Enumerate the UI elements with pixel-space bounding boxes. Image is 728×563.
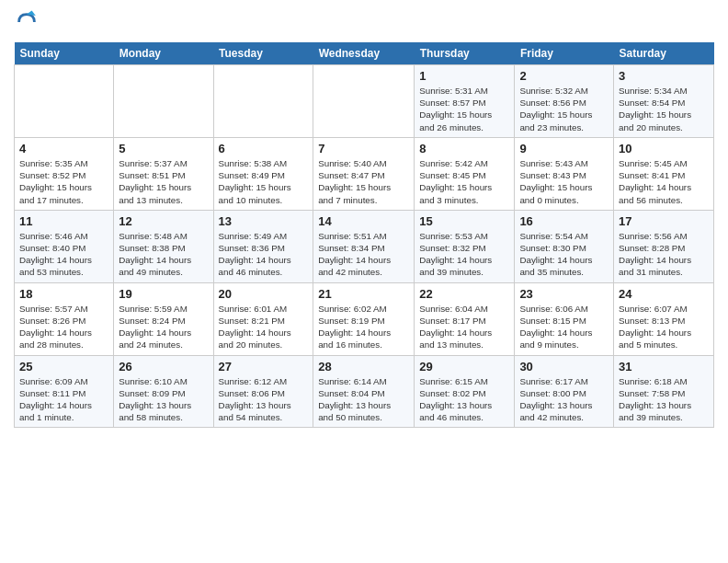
day-detail: Sunrise: 5:53 AM Sunset: 8:32 PM Dayligh… xyxy=(419,230,509,279)
day-number: 30 xyxy=(519,360,609,373)
calendar-cell: 9Sunrise: 5:43 AM Sunset: 8:43 PM Daylig… xyxy=(515,137,614,210)
day-number: 20 xyxy=(219,287,309,301)
calendar-cell: 17Sunrise: 5:56 AM Sunset: 8:28 PM Dayli… xyxy=(614,210,714,282)
day-detail: Sunrise: 6:10 AM Sunset: 8:09 PM Dayligh… xyxy=(119,375,208,424)
day-detail: Sunrise: 5:40 AM Sunset: 8:47 PM Dayligh… xyxy=(318,157,409,206)
calendar-cell: 22Sunrise: 6:04 AM Sunset: 8:17 PM Dayli… xyxy=(415,282,515,355)
day-detail: Sunrise: 6:06 AM Sunset: 8:15 PM Dayligh… xyxy=(519,303,609,351)
day-number: 9 xyxy=(519,142,609,155)
day-detail: Sunrise: 6:07 AM Sunset: 8:13 PM Dayligh… xyxy=(619,303,709,351)
calendar-cell: 18Sunrise: 5:57 AM Sunset: 8:26 PM Dayli… xyxy=(15,282,114,355)
day-detail: Sunrise: 6:14 AM Sunset: 8:04 PM Dayligh… xyxy=(318,375,409,424)
day-number: 5 xyxy=(119,142,208,155)
day-number: 17 xyxy=(619,214,709,228)
calendar-cell: 10Sunrise: 5:45 AM Sunset: 8:41 PM Dayli… xyxy=(614,137,714,210)
calendar-cell: 5Sunrise: 5:37 AM Sunset: 8:51 PM Daylig… xyxy=(114,137,213,210)
day-detail: Sunrise: 5:57 AM Sunset: 8:26 PM Dayligh… xyxy=(19,303,108,351)
day-detail: Sunrise: 5:42 AM Sunset: 8:45 PM Dayligh… xyxy=(419,157,509,206)
calendar-cell xyxy=(114,65,213,138)
day-detail: Sunrise: 6:09 AM Sunset: 8:11 PM Dayligh… xyxy=(19,375,108,424)
calendar-cell: 8Sunrise: 5:42 AM Sunset: 8:45 PM Daylig… xyxy=(415,137,515,210)
day-number: 23 xyxy=(519,287,609,301)
day-number: 15 xyxy=(419,214,509,228)
day-number: 16 xyxy=(519,214,609,228)
weekday-header: Tuesday xyxy=(213,42,313,65)
calendar-cell: 31Sunrise: 6:18 AM Sunset: 7:58 PM Dayli… xyxy=(614,355,714,428)
calendar-cell: 19Sunrise: 5:59 AM Sunset: 8:24 PM Dayli… xyxy=(114,282,213,355)
day-number: 27 xyxy=(219,360,309,373)
day-detail: Sunrise: 6:01 AM Sunset: 8:21 PM Dayligh… xyxy=(219,303,309,351)
day-detail: Sunrise: 5:46 AM Sunset: 8:40 PM Dayligh… xyxy=(19,230,108,279)
day-detail: Sunrise: 5:45 AM Sunset: 8:41 PM Dayligh… xyxy=(619,157,709,206)
calendar-cell: 27Sunrise: 6:12 AM Sunset: 8:06 PM Dayli… xyxy=(213,355,313,428)
logo-icon xyxy=(14,9,40,35)
day-detail: Sunrise: 5:34 AM Sunset: 8:54 PM Dayligh… xyxy=(619,85,709,133)
calendar-body: 1Sunrise: 5:31 AM Sunset: 8:57 PM Daylig… xyxy=(15,65,714,428)
calendar-table: SundayMondayTuesdayWednesdayThursdayFrid… xyxy=(14,42,714,428)
calendar-cell xyxy=(15,65,114,138)
calendar-week: 18Sunrise: 5:57 AM Sunset: 8:26 PM Dayli… xyxy=(15,282,714,355)
calendar-cell: 14Sunrise: 5:51 AM Sunset: 8:34 PM Dayli… xyxy=(313,210,415,282)
calendar-cell: 12Sunrise: 5:48 AM Sunset: 8:38 PM Dayli… xyxy=(114,210,213,282)
calendar-cell: 20Sunrise: 6:01 AM Sunset: 8:21 PM Dayli… xyxy=(213,282,313,355)
day-number: 6 xyxy=(219,142,309,155)
day-detail: Sunrise: 5:38 AM Sunset: 8:49 PM Dayligh… xyxy=(219,157,309,206)
calendar-cell: 23Sunrise: 6:06 AM Sunset: 8:15 PM Dayli… xyxy=(515,282,614,355)
day-number: 14 xyxy=(318,214,409,228)
day-detail: Sunrise: 5:49 AM Sunset: 8:36 PM Dayligh… xyxy=(219,230,309,279)
calendar-cell: 15Sunrise: 5:53 AM Sunset: 8:32 PM Dayli… xyxy=(415,210,515,282)
day-number: 13 xyxy=(219,214,309,228)
calendar-cell: 4Sunrise: 5:35 AM Sunset: 8:52 PM Daylig… xyxy=(15,137,114,210)
calendar-week: 25Sunrise: 6:09 AM Sunset: 8:11 PM Dayli… xyxy=(15,355,714,428)
day-detail: Sunrise: 6:04 AM Sunset: 8:17 PM Dayligh… xyxy=(419,303,509,351)
weekday-header: Wednesday xyxy=(313,42,415,65)
day-number: 3 xyxy=(619,69,709,83)
day-detail: Sunrise: 5:51 AM Sunset: 8:34 PM Dayligh… xyxy=(318,230,409,279)
day-detail: Sunrise: 6:02 AM Sunset: 8:19 PM Dayligh… xyxy=(318,303,409,351)
day-detail: Sunrise: 5:37 AM Sunset: 8:51 PM Dayligh… xyxy=(119,157,208,206)
calendar-cell: 21Sunrise: 6:02 AM Sunset: 8:19 PM Dayli… xyxy=(313,282,415,355)
weekday-header: Friday xyxy=(515,42,614,65)
day-number: 1 xyxy=(419,69,509,83)
day-detail: Sunrise: 6:15 AM Sunset: 8:02 PM Dayligh… xyxy=(419,375,509,424)
calendar-header: SundayMondayTuesdayWednesdayThursdayFrid… xyxy=(15,42,714,65)
weekday-header: Thursday xyxy=(415,42,515,65)
calendar-cell: 28Sunrise: 6:14 AM Sunset: 8:04 PM Dayli… xyxy=(313,355,415,428)
calendar-cell: 29Sunrise: 6:15 AM Sunset: 8:02 PM Dayli… xyxy=(415,355,515,428)
day-number: 11 xyxy=(19,214,108,228)
day-detail: Sunrise: 6:12 AM Sunset: 8:06 PM Dayligh… xyxy=(219,375,309,424)
calendar-cell: 6Sunrise: 5:38 AM Sunset: 8:49 PM Daylig… xyxy=(213,137,313,210)
day-detail: Sunrise: 5:32 AM Sunset: 8:56 PM Dayligh… xyxy=(519,85,609,133)
calendar-cell: 13Sunrise: 5:49 AM Sunset: 8:36 PM Dayli… xyxy=(213,210,313,282)
day-detail: Sunrise: 5:35 AM Sunset: 8:52 PM Dayligh… xyxy=(19,157,108,206)
page-header xyxy=(14,9,714,35)
day-detail: Sunrise: 6:18 AM Sunset: 7:58 PM Dayligh… xyxy=(619,375,709,424)
day-number: 12 xyxy=(119,214,208,228)
day-number: 26 xyxy=(119,360,208,373)
day-number: 7 xyxy=(318,142,409,155)
day-detail: Sunrise: 5:31 AM Sunset: 8:57 PM Dayligh… xyxy=(419,85,509,133)
day-detail: Sunrise: 5:48 AM Sunset: 8:38 PM Dayligh… xyxy=(119,230,208,279)
weekday-header: Monday xyxy=(114,42,213,65)
day-number: 31 xyxy=(619,360,709,373)
calendar-cell: 3Sunrise: 5:34 AM Sunset: 8:54 PM Daylig… xyxy=(614,65,714,138)
day-detail: Sunrise: 5:54 AM Sunset: 8:30 PM Dayligh… xyxy=(519,230,609,279)
day-number: 2 xyxy=(519,69,609,83)
calendar-cell: 26Sunrise: 6:10 AM Sunset: 8:09 PM Dayli… xyxy=(114,355,213,428)
calendar-cell: 30Sunrise: 6:17 AM Sunset: 8:00 PM Dayli… xyxy=(515,355,614,428)
day-number: 29 xyxy=(419,360,509,373)
calendar-cell: 11Sunrise: 5:46 AM Sunset: 8:40 PM Dayli… xyxy=(15,210,114,282)
day-detail: Sunrise: 6:17 AM Sunset: 8:00 PM Dayligh… xyxy=(519,375,609,424)
day-number: 8 xyxy=(419,142,509,155)
day-detail: Sunrise: 5:59 AM Sunset: 8:24 PM Dayligh… xyxy=(119,303,208,351)
weekday-header: Sunday xyxy=(15,42,114,65)
day-number: 18 xyxy=(19,287,108,301)
day-detail: Sunrise: 5:43 AM Sunset: 8:43 PM Dayligh… xyxy=(519,157,609,206)
day-number: 25 xyxy=(19,360,108,373)
calendar-cell: 16Sunrise: 5:54 AM Sunset: 8:30 PM Dayli… xyxy=(515,210,614,282)
day-number: 24 xyxy=(619,287,709,301)
calendar-cell xyxy=(313,65,415,138)
calendar-week: 1Sunrise: 5:31 AM Sunset: 8:57 PM Daylig… xyxy=(15,65,714,138)
weekday-header: Saturday xyxy=(614,42,714,65)
calendar-cell: 24Sunrise: 6:07 AM Sunset: 8:13 PM Dayli… xyxy=(614,282,714,355)
